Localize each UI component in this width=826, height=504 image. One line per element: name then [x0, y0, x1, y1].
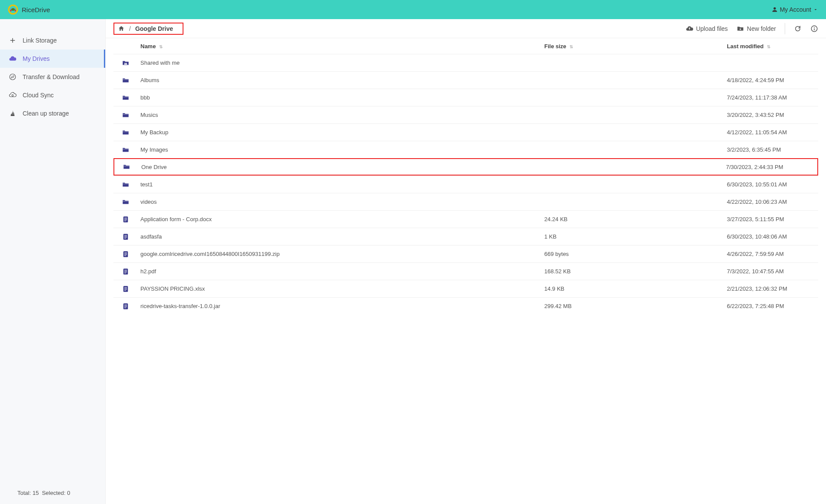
svg-rect-29 — [124, 254, 127, 255]
folder-icon — [113, 94, 138, 102]
sidebar-item-my-drives[interactable]: My Drives — [0, 50, 105, 68]
sidebar-item-cloud-sync[interactable]: Cloud Sync — [0, 86, 105, 104]
svg-rect-39 — [124, 289, 127, 289]
row-name: bbb — [140, 94, 150, 101]
new-folder-button[interactable]: New folder — [736, 25, 776, 33]
sidebar-item-clean-up[interactable]: Clean up storage — [0, 104, 105, 123]
svg-rect-42 — [124, 305, 127, 305]
sidebar-item-label: My Drives — [23, 55, 50, 62]
svg-rect-30 — [124, 255, 126, 256]
file-icon — [113, 250, 138, 258]
breadcrumb[interactable]: / Google Drive — [113, 23, 183, 35]
table-row[interactable]: ricedrive-tasks-transfer-1.0.0.jar299.42… — [113, 297, 818, 315]
row-name: ricedrive-tasks-transfer-1.0.0.jar — [140, 303, 220, 309]
svg-rect-41 — [123, 303, 128, 309]
row-date: 3/2/2023, 6:35:45 PM — [727, 146, 781, 153]
table-row[interactable]: One Drive7/30/2023, 2:44:33 PM — [113, 158, 818, 176]
row-name: Shared with me — [140, 60, 180, 66]
account-label: My Account — [780, 6, 811, 13]
row-size: 14.9 KB — [544, 285, 564, 292]
svg-rect-10 — [123, 114, 129, 114]
row-name: google.comIricedrive.comI1650844800I1650… — [140, 251, 280, 257]
svg-point-2 — [10, 74, 16, 80]
table-row[interactable]: bbb7/24/2023, 11:17:38 AM — [113, 89, 818, 106]
row-name: h2.pdf — [140, 268, 156, 275]
sidebar-item-link-storage[interactable]: Link Storage — [0, 31, 105, 50]
cloud-sync-icon — [9, 91, 17, 99]
sidebar-footer: Total: 15 Selected: 0 — [0, 484, 105, 504]
row-date: 4/22/2022, 10:06:23 AM — [727, 199, 787, 205]
svg-rect-22 — [124, 235, 127, 235]
svg-rect-17 — [124, 218, 127, 218]
breadcrumb-current: Google Drive — [135, 25, 173, 32]
svg-rect-16 — [123, 216, 128, 222]
table-row[interactable]: google.comIricedrive.comI1650844800I1650… — [113, 245, 818, 262]
row-size: 24.24 KB — [544, 216, 568, 222]
sidebar-item-label: Link Storage — [23, 37, 57, 44]
table-row[interactable]: Musics3/20/2022, 3:43:52 PM — [113, 106, 818, 123]
row-name: Musics — [140, 112, 158, 118]
svg-rect-44 — [124, 306, 127, 307]
row-date: 4/26/2022, 7:59:59 AM — [727, 251, 784, 257]
info-button[interactable] — [810, 25, 818, 33]
svg-rect-31 — [123, 269, 128, 275]
col-header-size[interactable]: File size ⇅ — [544, 43, 727, 50]
row-name: Albums — [140, 77, 159, 83]
footer-selected-label: Selected: — [42, 490, 65, 496]
folder-icon — [113, 181, 138, 189]
toolbar-right: Upload files New folder — [686, 23, 818, 34]
folder-icon — [113, 111, 138, 119]
row-date: 7/3/2022, 10:47:55 AM — [727, 268, 784, 275]
col-header-size-label: File size — [544, 43, 566, 50]
svg-point-4 — [814, 27, 815, 28]
plus-icon — [9, 36, 17, 44]
new-folder-label: New folder — [747, 25, 776, 32]
svg-rect-18 — [124, 219, 127, 219]
table-row[interactable]: Shared with me — [113, 54, 818, 71]
svg-rect-12 — [123, 149, 129, 149]
folder-icon — [113, 198, 138, 206]
table-row[interactable]: test16/30/2023, 10:55:01 AM — [113, 176, 818, 193]
refresh-button[interactable] — [794, 25, 802, 33]
table-row[interactable]: My Backup4/12/2022, 11:05:54 AM — [113, 123, 818, 141]
sidebar-item-label: Transfer & Download — [23, 73, 80, 80]
account-menu[interactable]: My Account — [771, 6, 818, 13]
table-row[interactable]: Albums4/18/2022, 4:24:59 PM — [113, 71, 818, 89]
row-date: 6/30/2023, 10:48:06 AM — [727, 233, 787, 240]
table-row[interactable]: videos4/22/2022, 10:06:23 AM — [113, 193, 818, 210]
table-row[interactable]: h2.pdf168.52 KB7/3/2022, 10:47:55 AM — [113, 262, 818, 280]
row-date: 3/27/2023, 5:11:55 PM — [727, 216, 784, 222]
row-date: 7/30/2023, 2:44:33 PM — [726, 164, 783, 170]
row-size: 669 bytes — [544, 251, 569, 257]
table-row[interactable]: PAYSSION PRICING.xlsx14.9 KB2/21/2023, 1… — [113, 280, 818, 297]
sidebar: Link Storage My Drives Transfer & Downlo… — [0, 19, 105, 504]
table-row[interactable]: Application form - Corp.docx24.24 KB3/27… — [113, 210, 818, 228]
person-icon — [771, 6, 778, 13]
svg-rect-8 — [123, 79, 129, 80]
col-header-name[interactable]: Name ⇅ — [138, 43, 544, 50]
row-name: My Images — [140, 146, 168, 153]
main-area: / Google Drive Upload files New folder — [105, 19, 826, 504]
row-name: test1 — [140, 181, 153, 188]
file-icon — [113, 268, 138, 275]
logo-icon — [8, 4, 18, 15]
row-size: 168.52 KB — [544, 268, 571, 275]
footer-selected-value: 0 — [67, 490, 70, 496]
file-icon — [113, 302, 138, 310]
col-header-date[interactable]: Last modified ⇅ — [727, 43, 818, 50]
table-row[interactable]: My Images3/2/2023, 6:35:45 PM — [113, 141, 818, 158]
breadcrumb-sep: / — [129, 25, 131, 32]
sidebar-item-transfer-download[interactable]: Transfer & Download — [0, 68, 105, 86]
sidebar-item-label: Clean up storage — [23, 110, 69, 117]
toolbar: / Google Drive Upload files New folder — [106, 19, 826, 38]
row-size: 1 KB — [544, 233, 556, 240]
svg-rect-33 — [124, 271, 127, 271]
row-date: 3/20/2022, 3:43:52 PM — [727, 112, 784, 118]
cloud-upload-icon — [686, 25, 693, 33]
upload-files-button[interactable]: Upload files — [686, 25, 728, 33]
svg-point-1 — [12, 8, 14, 11]
table-header: Name ⇅ File size ⇅ Last modified ⇅ — [113, 38, 818, 54]
brand: RiceDrive — [8, 4, 50, 15]
table-row[interactable]: asdfasfa1 KB6/30/2023, 10:48:06 AM — [113, 228, 818, 245]
footer-total-label: Total: — [17, 490, 31, 496]
